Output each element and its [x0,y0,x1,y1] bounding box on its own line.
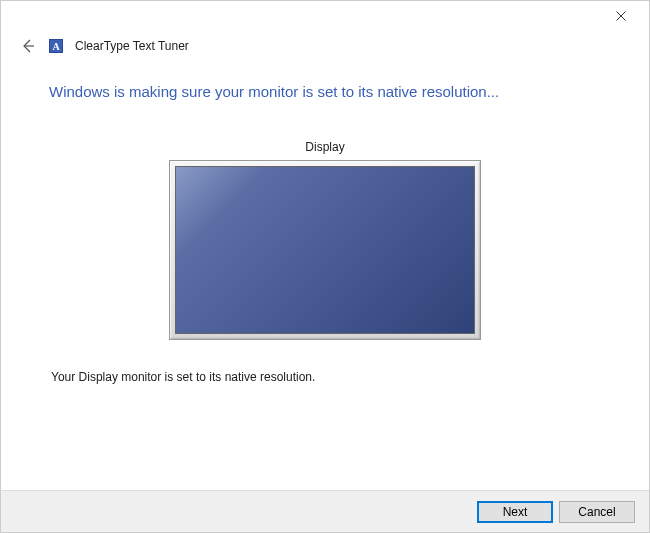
next-button[interactable]: Next [477,501,553,523]
button-bar: Next Cancel [1,490,649,532]
cancel-button[interactable]: Cancel [559,501,635,523]
page-heading: Windows is making sure your monitor is s… [49,83,601,100]
close-button[interactable] [601,2,641,30]
app-title: ClearType Text Tuner [75,39,189,53]
close-icon [616,11,626,21]
content-area: Windows is making sure your monitor is s… [1,65,649,384]
header: A ClearType Text Tuner [1,31,649,65]
back-button[interactable] [19,37,37,55]
display-preview: Display [49,140,601,340]
back-arrow-icon [20,38,36,54]
status-text: Your Display monitor is set to its nativ… [49,370,601,384]
monitor-frame [169,160,481,340]
app-icon: A [49,39,63,53]
titlebar [1,1,649,31]
display-label: Display [305,140,344,154]
monitor-screen [175,166,475,334]
